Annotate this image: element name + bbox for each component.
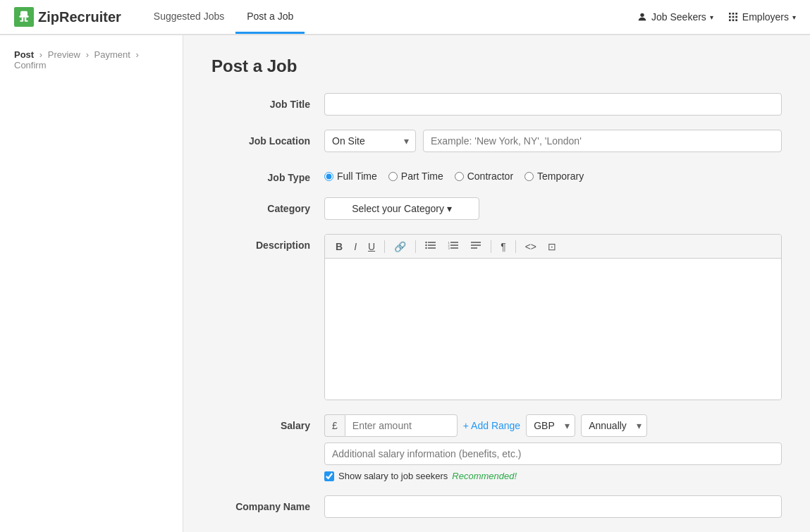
sidebar: Post › Preview › Payment › Confirm (0, 35, 183, 532)
svg-rect-9 (735, 13, 737, 15)
job-type-row: Job Type Full Time Part Time Contractor (211, 166, 782, 183)
svg-text:3: 3 (448, 247, 450, 250)
toolbar-unordered-list[interactable] (422, 239, 440, 254)
category-label: Category (211, 197, 310, 214)
nav-suggested-jobs[interactable]: Suggested Jobs (142, 0, 235, 34)
job-type-fulltime-radio[interactable] (324, 172, 333, 181)
salary-amount-wrap: £ (324, 414, 458, 437)
location-input[interactable] (423, 130, 782, 152)
company-name-input[interactable] (324, 495, 782, 518)
breadcrumb-post: Post (14, 49, 34, 60)
chevron-down-icon-employers: ▾ (792, 13, 796, 21)
employers-menu[interactable]: Employers ▾ (728, 11, 796, 23)
salary-extra-info (324, 443, 782, 465)
salary-currency-symbol: £ (324, 414, 345, 437)
job-title-row: Job Title (211, 93, 782, 116)
toolbar-bold[interactable]: B (332, 240, 346, 254)
job-location-label: Job Location (211, 130, 310, 147)
company-name-control (324, 495, 782, 518)
svg-rect-14 (732, 19, 735, 21)
nav-post-job[interactable]: Post a Job (235, 0, 305, 34)
job-type-options: Full Time Part Time Contractor Temporary (324, 166, 782, 182)
description-row: Description B I U 🔗 123 (211, 234, 782, 400)
job-location-row: Job Location On Site Remote Hybrid (211, 130, 782, 152)
toolbar-align[interactable] (467, 239, 485, 254)
toolbar-sep-4 (515, 240, 516, 253)
company-name-label: Company Name (211, 495, 310, 512)
description-editor: B I U 🔗 123 (324, 234, 782, 400)
toolbar-code[interactable]: <> (522, 240, 540, 254)
job-type-contractor-label: Contractor (467, 171, 513, 182)
job-location-control: On Site Remote Hybrid (324, 130, 782, 152)
job-type-contractor[interactable]: Contractor (455, 171, 513, 182)
svg-rect-5 (25, 20, 28, 22)
page-title: Post a Job (211, 56, 782, 76)
toolbar-embed[interactable]: ⊡ (544, 240, 560, 254)
toolbar-underline[interactable]: U (364, 240, 379, 254)
show-salary-checkbox[interactable] (324, 471, 334, 481)
chevron-down-icon: ▾ (710, 13, 713, 21)
toolbar-italic[interactable]: I (350, 240, 360, 254)
salary-amount-input[interactable] (345, 414, 458, 437)
description-control: B I U 🔗 123 (324, 234, 782, 400)
breadcrumb-payment: Payment (94, 49, 130, 60)
breadcrumb-confirm: Confirm (14, 60, 47, 70)
salary-label: Salary (211, 414, 310, 431)
svg-rect-8 (732, 13, 735, 15)
period-select[interactable]: Annually Monthly Weekly Daily Hourly (581, 414, 647, 437)
toolbar-sep-3 (491, 240, 491, 253)
salary-inputs: £ + Add Range GBP USD EUR Annually (324, 414, 782, 437)
toolbar-sep-2 (415, 240, 416, 253)
toolbar-sep-1 (384, 240, 385, 253)
job-type-parttime-radio[interactable] (388, 172, 398, 181)
currency-select-wrap: GBP USD EUR (526, 414, 575, 437)
location-type-select[interactable]: On Site Remote Hybrid (324, 130, 416, 152)
location-type-select-wrap: On Site Remote Hybrid (324, 130, 416, 152)
period-select-wrap: Annually Monthly Weekly Daily Hourly (581, 414, 647, 437)
job-type-label: Job Type (211, 166, 310, 183)
nav-right: Job Seekers ▾ Employers ▾ (637, 11, 796, 23)
svg-point-21 (425, 247, 427, 249)
job-type-contractor-radio[interactable] (455, 172, 464, 181)
svg-rect-1 (19, 16, 28, 18)
show-salary-recommended: Recommended! (452, 471, 517, 481)
description-body[interactable] (325, 259, 781, 400)
job-type-control: Full Time Part Time Contractor Temporary (324, 166, 782, 182)
svg-point-6 (640, 13, 644, 17)
category-row: Category Select your Category ▾ (211, 197, 782, 220)
svg-rect-11 (732, 16, 735, 18)
salary-additional-input[interactable] (324, 443, 782, 465)
job-type-temporary[interactable]: Temporary (524, 171, 584, 182)
grid-icon (728, 11, 739, 23)
show-salary-label: Show salary to job seekers (338, 471, 448, 481)
toolbar-link[interactable]: 🔗 (391, 240, 410, 254)
svg-rect-15 (735, 19, 737, 21)
toolbar-ordered-list[interactable]: 123 (444, 239, 462, 254)
svg-point-19 (425, 242, 427, 243)
employers-label: Employers (742, 11, 789, 23)
description-toolbar: B I U 🔗 123 (325, 235, 781, 259)
svg-rect-10 (729, 16, 731, 18)
location-input-wrap (423, 130, 782, 152)
page-layout: Post › Preview › Payment › Confirm Post … (0, 35, 810, 532)
job-type-temporary-radio[interactable] (524, 172, 534, 181)
category-button[interactable]: Select your Category ▾ (324, 197, 479, 220)
currency-select[interactable]: GBP USD EUR (526, 414, 575, 437)
job-type-parttime[interactable]: Part Time (388, 171, 443, 182)
salary-row: Salary £ + Add Range GBP USD EUR (211, 414, 782, 481)
add-range-button[interactable]: + Add Range (463, 420, 520, 431)
svg-point-20 (425, 245, 427, 246)
job-type-fulltime[interactable]: Full Time (324, 171, 377, 182)
nav-links: Suggested Jobs Post a Job (142, 0, 305, 34)
toolbar-paragraph[interactable]: ¶ (497, 240, 510, 254)
salary-control: £ + Add Range GBP USD EUR Annually (324, 414, 782, 481)
logo: ZipRecruiter (14, 7, 121, 27)
job-title-label: Job Title (211, 93, 310, 110)
show-salary-row: Show salary to job seekers Recommended! (324, 471, 782, 481)
company-name-row: Company Name (211, 495, 782, 518)
job-seekers-menu[interactable]: Job Seekers ▾ (637, 11, 713, 23)
job-type-parttime-label: Part Time (401, 171, 443, 182)
svg-rect-4 (20, 20, 23, 22)
main-content: Post a Job Job Title Job Location On Sit… (183, 35, 810, 532)
job-title-input[interactable] (324, 93, 782, 116)
